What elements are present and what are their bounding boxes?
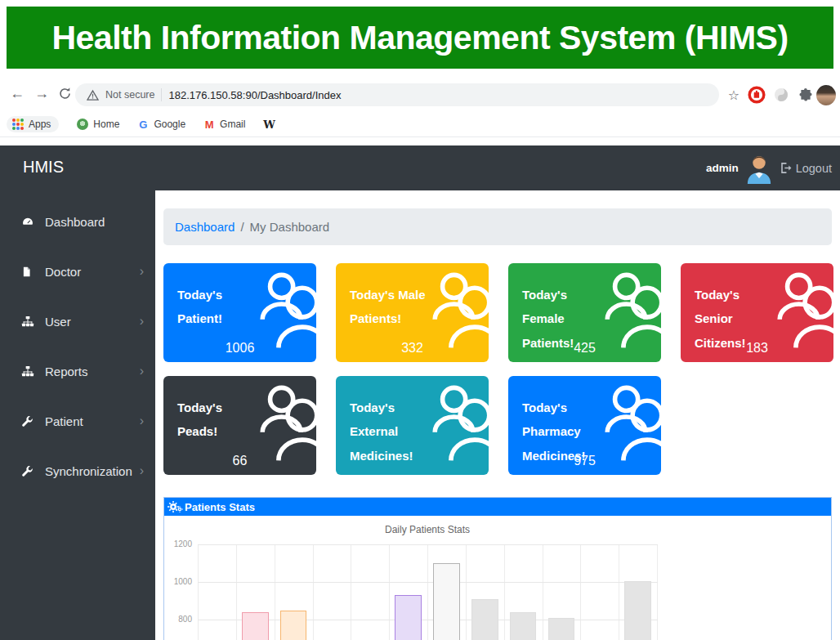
bookmark-google[interactable]: G Google <box>137 119 185 130</box>
chart-gridline <box>351 544 351 640</box>
sitemap-icon <box>21 315 36 328</box>
stat-card-todays-patient: Today's Patient! 1006 <box>163 263 316 362</box>
address-bar[interactable]: Not secure 182.176.150.58:90/Dashboard/I… <box>75 83 719 106</box>
chevron-right-icon: › <box>140 464 144 477</box>
sidebar-item-reports[interactable]: Reports › <box>0 347 155 396</box>
extensions-puzzle-icon[interactable] <box>796 85 815 105</box>
stat-card-todays-female-patients: Today's Female Patients! 425 <box>508 263 661 362</box>
chart-bar <box>242 612 269 640</box>
cogs-icon <box>168 501 183 512</box>
people-icon <box>768 266 833 352</box>
bookmark-label: Google <box>154 119 185 130</box>
chart-gridline <box>504 544 505 640</box>
navbar-right: admin Logout <box>706 145 832 190</box>
sidebar-item-label: Reports <box>45 365 88 378</box>
breadcrumb-current: My Dashboard <box>250 220 330 234</box>
card-value: 183 <box>681 341 833 356</box>
chart-bar <box>471 599 498 640</box>
chart-gridline <box>427 544 428 640</box>
people-icon <box>423 379 489 465</box>
chevron-right-icon: › <box>140 414 144 427</box>
bookmark-star-icon[interactable]: ☆ <box>724 85 744 105</box>
bookmark-label: Home <box>93 119 119 130</box>
reload-icon[interactable] <box>54 83 75 104</box>
chart-gridline <box>198 582 658 583</box>
sidebar-item-user[interactable]: User › <box>0 297 155 346</box>
google-g-icon: G <box>137 119 149 130</box>
bookmark-home[interactable]: Home <box>77 119 119 130</box>
chart-title: Daily Patients Stats <box>198 524 657 535</box>
sidebar-item-synchronization[interactable]: Synchronization › <box>0 446 155 495</box>
bookmark-label: Gmail <box>220 119 245 130</box>
chart-bar <box>624 581 651 640</box>
sidebar-item-doctor[interactable]: Doctor › <box>0 247 155 296</box>
swirl-extension-icon[interactable] <box>771 85 791 105</box>
card-title: Today's Patient! <box>177 283 256 331</box>
chart-gridline <box>580 544 581 640</box>
page-banner-title: Health Information Management System (HI… <box>51 19 788 57</box>
wrench-icon <box>21 464 36 477</box>
logout-button[interactable]: Logout <box>780 162 832 175</box>
app-navbar: HMIS admin Logout <box>0 145 840 190</box>
wikipedia-w-icon: W <box>263 119 275 130</box>
apps-label: Apps <box>29 119 51 130</box>
address-divider <box>161 88 162 101</box>
bookmarks-bar: Apps Home G Google M Gmail W <box>0 112 840 137</box>
back-icon[interactable]: ← <box>7 83 28 104</box>
stat-cards-row-2: Today's Peads! 66 Today's External Medic… <box>163 376 661 475</box>
panel-header: Patients Stats <box>164 498 831 516</box>
chart-gridline <box>619 544 619 640</box>
people-icon <box>423 266 489 352</box>
breadcrumb-dashboard-link[interactable]: Dashboard <box>175 220 235 234</box>
card-value: 332 <box>336 341 489 356</box>
people-icon <box>251 266 316 352</box>
brand-logo[interactable]: HMIS <box>23 158 64 177</box>
banner: Health Information Management System (HI… <box>7 7 833 69</box>
not-secure-icon <box>87 89 99 101</box>
stat-cards-row-1: Today's Patient! 1006 Today's Male Patie… <box>163 263 833 362</box>
chevron-right-icon: › <box>140 265 144 278</box>
sidebar-item-patient[interactable]: Patient › <box>0 396 155 445</box>
user-avatar[interactable] <box>745 153 773 184</box>
wrench-icon <box>21 414 36 427</box>
browser-toolbar: ← → Not secure 182.176.150.58:90/Dashboa… <box>0 78 840 112</box>
adblock-extension-icon[interactable] <box>747 85 766 105</box>
people-icon <box>596 266 661 352</box>
browser-menu-icon[interactable]: ⋮ <box>833 85 840 105</box>
security-label: Not secure <box>105 89 154 101</box>
chevron-right-icon: › <box>140 315 144 328</box>
file-icon <box>21 265 36 278</box>
apps-bookmark[interactable]: Apps <box>7 116 59 132</box>
gmail-m-icon: M <box>203 119 215 130</box>
card-title: Today's Male Patients! <box>350 283 428 331</box>
chart-bar <box>395 595 422 640</box>
breadcrumb-separator: / <box>240 220 244 234</box>
card-value: 975 <box>508 454 661 468</box>
chart-gridline <box>198 544 199 640</box>
apps-grid-icon <box>12 119 24 130</box>
sidebar-item-label: Dashboard <box>45 215 105 229</box>
chevron-right-icon: › <box>140 365 144 378</box>
sidebar-item-label: Doctor <box>45 265 81 279</box>
card-title: Today's External Medicines! <box>350 396 428 468</box>
bookmark-wikipedia[interactable]: W <box>263 119 275 130</box>
chart-bar <box>433 563 460 640</box>
stat-card-todays-pharmacy-medicines: Today's Pharmacy Medicines! 975 <box>508 376 661 475</box>
stat-card-todays-male-patients: Today's Male Patients! 332 <box>336 263 489 362</box>
sidebar-item-label: Synchronization <box>45 464 132 478</box>
url-text: 182.176.150.58:90/Dashboard/Index <box>168 89 341 101</box>
logout-label: Logout <box>796 162 832 175</box>
card-value: 1006 <box>163 341 316 356</box>
sitemap-icon <box>21 365 36 378</box>
stat-card-todays-senior-citizens: Today's Senior Citizens! 183 <box>681 263 833 362</box>
chart-gridline <box>198 544 658 545</box>
chart-gridline <box>313 544 314 640</box>
chart-gridline <box>543 544 543 640</box>
chart-gridline <box>466 544 467 640</box>
sidebar-item-dashboard[interactable]: Dashboard <box>0 197 155 246</box>
chart-bar <box>280 611 307 640</box>
chart-bar <box>510 612 537 640</box>
forward-icon[interactable]: → <box>31 83 52 104</box>
bookmark-gmail[interactable]: M Gmail <box>203 119 245 130</box>
main-content: Dashboard / My Dashboard Today's Patient… <box>155 190 840 640</box>
